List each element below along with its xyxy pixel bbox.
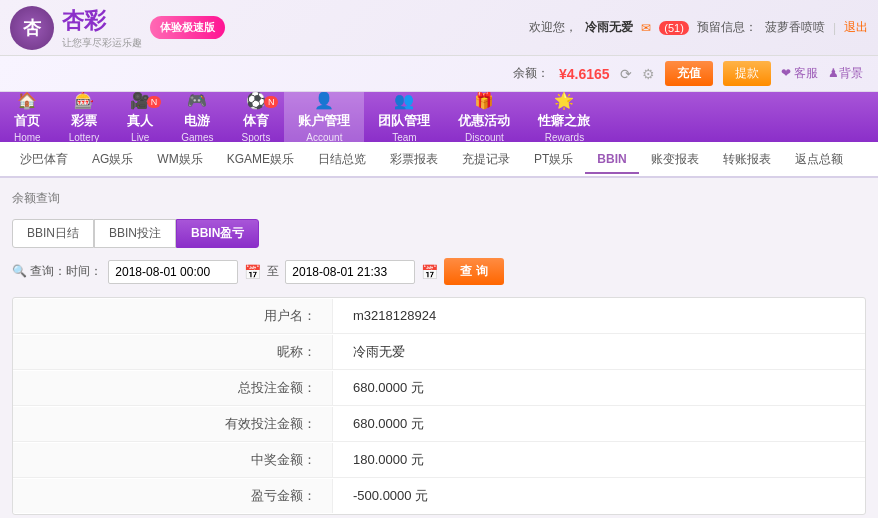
games-icon: 🎮 (187, 91, 207, 110)
nav-games-main: 电游 (184, 112, 210, 130)
row-label-prize: 中奖金额： (13, 443, 333, 477)
row-label-total-bet: 总投注金额： (13, 371, 333, 405)
sub-tab-lottery-report[interactable]: 彩票报表 (378, 145, 450, 176)
discount-icon: 🎁 (474, 91, 494, 110)
nav-discount-main: 优惠活动 (458, 112, 510, 130)
balance-bar: 余额： ¥4.6165 ⟳ ⚙ 充值 提款 ❤ 客服 ♟背景 (0, 56, 878, 92)
withdraw-button[interactable]: 提款 (723, 61, 771, 86)
refresh-icon[interactable]: ⟳ (620, 66, 632, 82)
nav-bar: 🏠 首页 Home 🎰 彩票 Lottery 🎥 真人 Live N 🎮 电游 … (0, 92, 878, 142)
table-row: 有效投注金额： 680.0000 元 (13, 406, 865, 442)
logo-text: 杏彩 (62, 8, 106, 33)
nav-item-discount[interactable]: 🎁 优惠活动 Discount (444, 92, 524, 142)
query-bar: 🔍 查询：时间： 📅 至 📅 查 询 (12, 258, 866, 285)
home-icon: 🏠 (17, 91, 37, 110)
content-area: 余额查询 BBIN日结 BBIN投注 BBIN盈亏 🔍 查询：时间： 📅 至 📅… (0, 178, 878, 518)
welcome-text: 欢迎您， (529, 19, 577, 36)
nav-account-main: 账户管理 (298, 112, 350, 130)
calendar-from-icon[interactable]: 📅 (244, 264, 261, 280)
table-row: 用户名： m3218128924 (13, 298, 865, 334)
nav-home-sub: Home (14, 132, 41, 143)
data-table: 用户名： m3218128924 昵称： 冷雨无爱 总投注金额： 680.000… (12, 297, 866, 515)
service-icon: ❤ (781, 66, 791, 80)
background-link[interactable]: ♟背景 (828, 65, 863, 82)
nav-games-sub: Games (181, 132, 213, 143)
header-right: 欢迎您， 冷雨无爱 ✉ (51) 预留信息： 菠萝香喷喷 | 退出 (529, 19, 868, 36)
sub-tab-account-change[interactable]: 账变报表 (639, 145, 711, 176)
live-badge: N (147, 96, 162, 108)
recharge-button[interactable]: 充值 (665, 61, 713, 86)
rewards-icon: 🌟 (554, 91, 574, 110)
row-value-total-bet: 680.0000 元 (333, 371, 865, 405)
lottery-icon: 🎰 (74, 91, 94, 110)
sub-tab-shaba[interactable]: 沙巴体育 (8, 145, 80, 176)
row-label-profit: 盈亏金额： (13, 479, 333, 513)
nav-item-account[interactable]: 👤 账户管理 Account (284, 92, 364, 142)
nav-item-games[interactable]: 🎮 电游 Games (167, 92, 227, 142)
table-row: 昵称： 冷雨无爱 (13, 334, 865, 370)
nav-item-lottery[interactable]: 🎰 彩票 Lottery (55, 92, 114, 142)
row-value-valid-bet: 680.0000 元 (333, 407, 865, 441)
row-value-profit: -500.0000 元 (333, 479, 865, 513)
sports-icon: ⚽ (246, 91, 266, 110)
logo-area: 杏 杏彩 让您享尽彩运乐趣 体验极速版 (10, 6, 225, 50)
nav-lottery-sub: Lottery (69, 132, 100, 143)
nav-discount-sub: Discount (465, 132, 504, 143)
nav-sports-sub: Sports (242, 132, 271, 143)
balance-amount: ¥4.6165 (559, 66, 610, 82)
sub-tab-pt[interactable]: PT娱乐 (522, 145, 585, 176)
logo-subtitle: 让您享尽彩运乐趣 (62, 36, 142, 50)
sub-tab-ag[interactable]: AG娱乐 (80, 145, 145, 176)
nav-item-live[interactable]: 🎥 真人 Live N (113, 92, 167, 142)
table-row: 盈亏金额： -500.0000 元 (13, 478, 865, 514)
row-label-valid-bet: 有效投注金额： (13, 407, 333, 441)
breadcrumb: 余额查询 (12, 186, 866, 211)
calendar-to-icon[interactable]: 📅 (421, 264, 438, 280)
nav-team-sub: Team (392, 132, 416, 143)
query-label: 🔍 查询：时间： (12, 263, 102, 280)
table-row: 总投注金额： 680.0000 元 (13, 370, 865, 406)
sub-tab-wm[interactable]: WM娱乐 (145, 145, 214, 176)
nav-sports-main: 体育 (243, 112, 269, 130)
service-label: 客服 (794, 66, 818, 80)
sub-tab-recharge-record[interactable]: 充提记录 (450, 145, 522, 176)
reserve-label: 预留信息： (697, 19, 757, 36)
nav-rewards-main: 性癖之旅 (538, 112, 590, 130)
logout-link[interactable]: 退出 (844, 19, 868, 36)
row-value-username: m3218128924 (333, 300, 865, 331)
nav-item-rewards[interactable]: 🌟 性癖之旅 Rewards (524, 92, 604, 142)
nav-item-team[interactable]: 👥 团队管理 Team (364, 92, 444, 142)
settings-icon: ⚙ (642, 66, 655, 82)
separator: | (833, 21, 836, 35)
nav-team-main: 团队管理 (378, 112, 430, 130)
inner-tab-bbin-daily[interactable]: BBIN日结 (12, 219, 94, 248)
nav-live-sub: Live (131, 132, 149, 143)
date-from-input[interactable] (108, 260, 238, 284)
row-value-prize: 180.0000 元 (333, 443, 865, 477)
query-button[interactable]: 查 询 (444, 258, 503, 285)
reserve-value: 菠萝香喷喷 (765, 19, 825, 36)
nav-item-sports[interactable]: ⚽ 体育 Sports N (228, 92, 285, 142)
row-value-nickname: 冷雨无爱 (333, 335, 865, 369)
date-to-input[interactable] (285, 260, 415, 284)
message-count-badge[interactable]: (51) (659, 21, 689, 35)
nav-account-sub: Account (306, 132, 342, 143)
sports-badge: N (264, 96, 279, 108)
sub-tab-transfer[interactable]: 转账报表 (711, 145, 783, 176)
sub-tab-kgame[interactable]: KGAME娱乐 (215, 145, 306, 176)
sub-tab-points[interactable]: 返点总额 (783, 145, 855, 176)
inner-tab-bbin-profit[interactable]: BBIN盈亏 (176, 219, 259, 248)
service-link[interactable]: ❤ 客服 (781, 65, 818, 82)
version-badge: 体验极速版 (150, 16, 225, 39)
row-label-username: 用户名： (13, 299, 333, 333)
sub-nav: 沙巴体育 AG娱乐 WM娱乐 KGAME娱乐 日结总览 彩票报表 充提记录 PT… (0, 142, 878, 178)
table-row: 中奖金额： 180.0000 元 (13, 442, 865, 478)
nav-item-home[interactable]: 🏠 首页 Home (0, 92, 55, 142)
nav-rewards-sub: Rewards (545, 132, 584, 143)
date-separator: 至 (267, 263, 279, 280)
account-icon: 👤 (314, 91, 334, 110)
inner-tab-bbin-bet[interactable]: BBIN投注 (94, 219, 176, 248)
sub-tab-daily[interactable]: 日结总览 (306, 145, 378, 176)
nav-home-main: 首页 (14, 112, 40, 130)
sub-tab-bbin[interactable]: BBIN (585, 146, 638, 174)
